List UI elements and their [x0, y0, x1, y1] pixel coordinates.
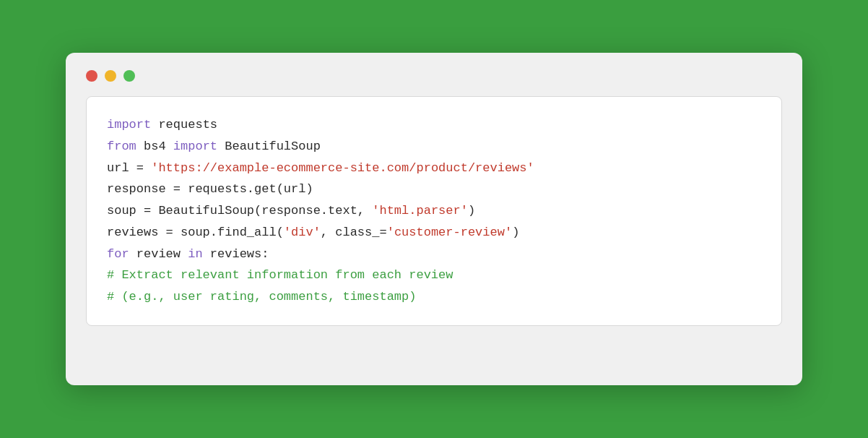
code-line: url = 'https://example-ecommerce-site.co… — [107, 158, 761, 179]
code-token: , class_= — [321, 226, 387, 239]
code-line: # (e.g., user rating, comments, timestam… — [107, 286, 761, 308]
code-token: ) — [468, 204, 475, 218]
code-token: reviews = soup.find_all( — [107, 226, 284, 239]
code-line: for review in reviews: — [107, 244, 761, 265]
code-token: from — [107, 139, 136, 153]
code-token: soup = BeautifulSoup(response.text, — [107, 204, 372, 218]
code-token: for — [107, 247, 129, 261]
code-token: reviews: — [203, 247, 269, 261]
close-button[interactable] — [86, 70, 97, 82]
traffic-lights — [86, 70, 782, 82]
code-token: requests — [151, 118, 217, 132]
code-token: # (e.g., user rating, comments, timestam… — [107, 290, 416, 304]
code-block: import requestsfrom bs4 import Beautiful… — [86, 96, 782, 326]
code-token: import — [173, 139, 217, 153]
code-line: response = requests.get(url) — [107, 179, 761, 200]
maximize-button[interactable] — [123, 70, 135, 82]
code-token: import — [107, 118, 151, 132]
code-token: 'div' — [284, 226, 321, 239]
code-token: # Extract relevant information from each… — [107, 268, 453, 282]
code-line: # Extract relevant information from each… — [107, 265, 761, 286]
code-line: from bs4 import BeautifulSoup — [107, 136, 761, 158]
code-line: import requests — [107, 114, 761, 136]
code-token: url = — [107, 161, 151, 175]
code-token: review — [129, 247, 188, 261]
code-token: response = requests.get(url) — [107, 182, 313, 196]
window-card: import requestsfrom bs4 import Beautiful… — [66, 53, 802, 385]
code-token: ) — [512, 226, 519, 239]
code-token: in — [188, 247, 202, 261]
code-line: reviews = soup.find_all('div', class_='c… — [107, 222, 761, 244]
code-line: soup = BeautifulSoup(response.text, 'htm… — [107, 200, 761, 222]
minimize-button[interactable] — [105, 70, 116, 82]
code-token: 'https://example-ecommerce-site.com/prod… — [151, 161, 534, 175]
code-token: 'html.parser' — [372, 204, 468, 218]
code-token: BeautifulSoup — [217, 139, 321, 153]
code-token: bs4 — [136, 139, 173, 153]
code-token: 'customer-review' — [387, 226, 512, 239]
